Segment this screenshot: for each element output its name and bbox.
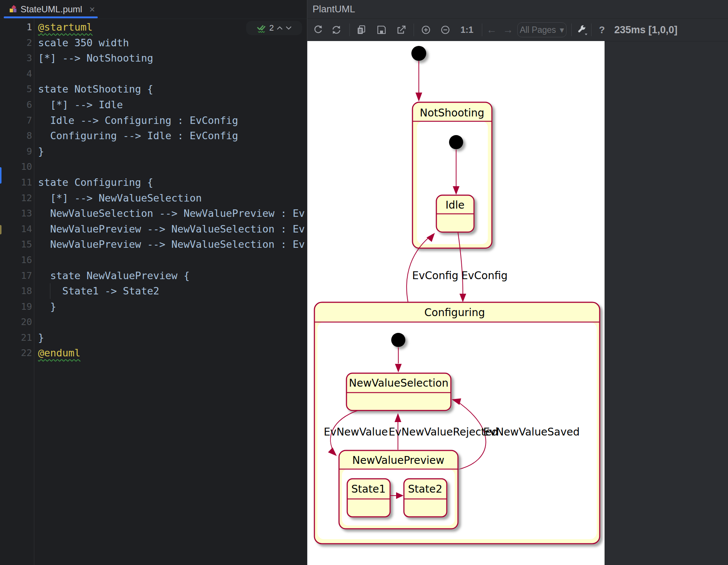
editor-body[interactable]: 12345678910111213141516171819202122 @sta… [0,19,307,565]
reload-icon [331,24,342,35]
next-page-button[interactable]: → [502,24,514,36]
zoom-reset-label: 1:1 [461,25,474,35]
line-number: 22 [0,345,32,361]
copy-icon [356,24,367,35]
render-refresh-button[interactable] [312,24,324,36]
toolbar-separator [482,24,482,36]
save-diagram-button[interactable] [375,24,388,36]
line-number: 14 [0,221,32,237]
plantuml-preview-panel: PlantUML [307,0,728,565]
help-button[interactable]: ? [597,24,606,36]
open-external-button[interactable] [395,24,408,36]
code-line[interactable]: state NewValuePreview { [38,268,307,284]
arrowhead [415,93,422,102]
gutter-divider [34,19,34,565]
code-line[interactable]: state NotShooting { [38,81,307,97]
line-number: 10 [0,159,32,175]
code-line[interactable]: Configuring --> Idle : EvConfig [38,128,307,144]
transition-label: EvNewValue [324,426,388,438]
help-icon: ? [599,24,605,36]
inspections-widget[interactable]: 2 [246,21,302,35]
zoom-reset-button[interactable]: 1:1 [459,24,475,36]
code-line[interactable]: NewValuePreview --> NewValueSelection : … [38,237,307,252]
state-title: Configuring [424,306,485,319]
render-status-text: 235ms [1,0,0] [614,24,678,36]
preview-toolbar: 1:1 ← → All Pages ▾ [307,19,728,41]
state-title: Idle [445,199,464,211]
code-line[interactable] [38,314,307,330]
code-line[interactable]: } [38,299,307,315]
code-lines[interactable]: @startumlscale 350 width[*] --> NotShoot… [38,19,307,361]
active-tab-underline [4,16,98,18]
code-line[interactable]: } [38,144,307,159]
line-number: 12 [0,190,32,206]
state-title: State2 [408,483,442,495]
toolbar-separator [349,24,350,36]
code-line[interactable]: @enduml [38,345,307,361]
gutter-numbers: 12345678910111213141516171819202122 [0,19,32,361]
preview-panel-title: PlantUML [313,3,355,15]
code-line[interactable]: scale 350 width [38,35,307,51]
line-number: 16 [0,252,32,268]
back-arrow-icon: ← [486,24,497,36]
tab-stateuml-puml[interactable]: StateUML.puml × [4,0,98,19]
code-line[interactable]: } [38,330,307,346]
code-line[interactable]: state Configuring { [38,175,307,190]
preview-header: PlantUML [307,0,728,19]
initial-state-dot [449,135,463,149]
wrench-icon [576,24,588,36]
initial-state-dot [391,333,405,347]
copy-diagram-button[interactable] [355,24,368,36]
close-icon[interactable]: × [89,6,95,13]
transition-label: EvNewValueRejected [389,426,498,438]
settings-wrench-button[interactable] [575,24,588,36]
state-configuring: Configuring NewValueSelection [314,302,600,544]
line-number: 6 [0,97,32,113]
diagram-canvas[interactable]: NotShooting Idle EvConfig [307,41,605,565]
code-line[interactable]: NewValueSelection --> NewValuePreview : … [38,206,307,221]
state-new-value-selection: NewValueSelection [346,373,451,411]
state-title: State1 [351,483,386,495]
code-line[interactable]: NewValuePreview --> NewValueSelection : … [38,221,307,237]
chevron-up-icon[interactable] [277,26,283,30]
zoom-in-icon [420,24,432,35]
code-line[interactable] [38,252,307,268]
line-number: 11 [0,175,32,190]
line-number: 18 [0,283,32,299]
pages-select[interactable]: All Pages ▾ [517,22,567,37]
code-line[interactable]: [*] --> NewValueSelection [38,190,307,206]
code-line[interactable]: Idle --> Configuring : EvConfig [38,113,307,128]
code-line[interactable] [38,66,307,82]
line-number: 4 [0,66,32,82]
line-number: 5 [0,81,32,97]
inspections-ok-icon [257,23,266,33]
transition-label: EvConfig [412,269,458,282]
line-number: 17 [0,268,32,284]
prev-page-button[interactable]: ← [485,24,498,36]
line-number: 13 [0,206,32,221]
chevron-down-icon[interactable] [286,26,292,30]
line-number: 19 [0,299,32,315]
toolbar-separator [571,24,572,36]
tab-title: StateUML.puml [21,4,82,15]
toolbar-separator [414,24,414,36]
pages-select-value: All Pages [520,25,556,35]
inspection-count: 2 [269,23,274,33]
save-icon [376,24,387,35]
refresh-icon [313,24,324,35]
line-number: 7 [0,113,32,128]
reload-now-button[interactable] [330,24,343,36]
code-line[interactable] [38,159,307,175]
zoom-in-button[interactable] [420,24,432,36]
external-link-icon [396,24,407,35]
code-line[interactable]: [*] --> NotShooting [38,50,307,66]
state-idle: Idle [436,195,474,232]
code-line[interactable]: State1 -> State2 [38,283,307,299]
zoom-out-button[interactable] [439,24,452,36]
state-notshooting: NotShooting Idle [412,102,492,248]
line-number: 1 [0,19,32,35]
code-line[interactable]: [*] --> Idle [38,97,307,113]
transition-label: EvConfig [461,269,508,282]
chevron-down-icon: ▾ [560,25,564,35]
zoom-out-icon [440,24,451,35]
